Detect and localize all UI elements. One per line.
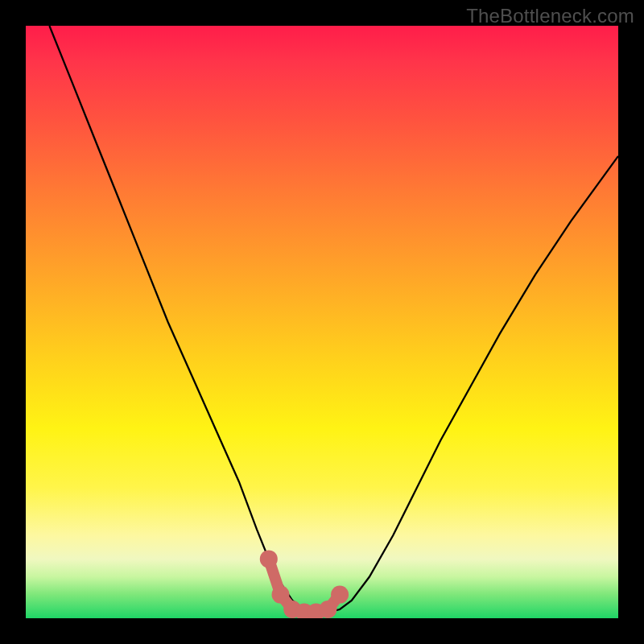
chart-frame: TheBottleneck.com xyxy=(0,0,644,644)
svg-point-1 xyxy=(272,586,290,604)
chart-svg xyxy=(26,26,618,618)
svg-point-6 xyxy=(331,586,349,604)
bottleneck-curve xyxy=(49,26,618,613)
plot-area xyxy=(26,26,618,618)
svg-point-5 xyxy=(319,601,336,618)
svg-point-0 xyxy=(260,550,278,568)
recommended-range-markers xyxy=(260,550,349,618)
watermark-text: TheBottleneck.com xyxy=(466,5,634,27)
